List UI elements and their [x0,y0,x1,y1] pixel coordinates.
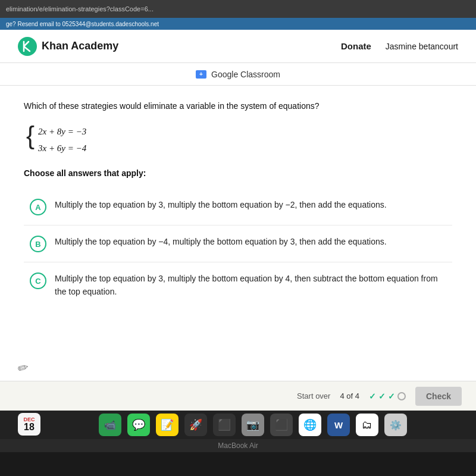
choose-all-label: Choose all answers that apply: [24,168,452,178]
user-name[interactable]: Jasmine betancourt [386,42,458,51]
check-marks: ✓ ✓ ✓ [369,392,406,401]
check-button[interactable]: Check [415,387,462,406]
camera-symbol: 📷 [246,418,259,431]
choice-a[interactable]: A Multiply the top equation by 3, multip… [24,189,452,226]
ai-symbol: ⬛ [218,418,231,431]
ka-nav: Donate Jasmine betancourt [341,41,458,51]
choice-c[interactable]: C Multiply the top equation by 3, multip… [24,262,452,308]
choice-b-text: Multiply the top equation by −4, multipl… [55,235,387,248]
finder-icon[interactable]: 🗂 [356,414,378,436]
start-over-button[interactable]: Start over [297,392,330,400]
sublimetext-icon[interactable]: ⬛ [270,414,293,436]
calendar-day: 18 [24,422,35,432]
choice-a-circle: A [30,199,46,215]
choice-b[interactable]: B Multiply the top equation by −4, multi… [24,226,452,262]
word-icon[interactable]: W [327,414,350,436]
word-symbol: W [334,420,343,430]
ai-icon[interactable]: ⬛ [213,414,236,436]
ka-logo[interactable]: Khan Academy [18,37,118,56]
google-classroom-label: Google Classroom [211,70,280,79]
check-mark-1: ✓ [369,392,376,401]
google-classroom-icon: + [196,70,206,79]
sublimetext-symbol: ⬛ [275,418,288,431]
notification-text: ge? Resend email to 0525344@students.dad… [6,21,159,27]
ka-logo-text: Khan Academy [42,40,118,52]
progress-text: 4 of 4 [340,392,359,400]
camera-icon[interactable]: 📷 [242,414,264,436]
equation-2: 3x + 6y = −4 [36,140,86,156]
donate-button[interactable]: Donate [341,41,371,51]
calendar-icon[interactable]: DEC 18 [18,413,40,436]
settings-symbol: ⚙️ [390,419,402,431]
check-mark-3: ✓ [388,392,395,401]
ka-logo-icon [18,37,37,56]
chrome-icon[interactable]: 🌐 [299,414,321,436]
question-text: Which of these strategies would eliminat… [24,100,452,112]
macbook-label: MacBook Air [0,439,476,452]
choice-b-circle: B [30,236,46,252]
main-screen: Khan Academy Donate Jasmine betancourt +… [0,30,476,411]
browser-url: elimination/e/elimination-strategies?cla… [6,5,154,12]
equation-system: { 2x + 8y = −3 3x + 6y = −4 [36,123,86,156]
content-area: Which of these strategies would eliminat… [0,86,476,411]
settings-icon[interactable]: ⚙️ [384,414,407,436]
choice-c-circle: C [30,273,46,289]
notes-symbol: 📝 [161,418,174,431]
equation-1: 2x + 8y = −3 [36,123,86,140]
facetime-icon[interactable]: 📹 [99,414,121,436]
facetime-symbol: 📹 [104,419,116,431]
svg-point-0 [18,37,37,56]
ka-header: Khan Academy Donate Jasmine betancourt [0,30,476,63]
brace-symbol: { [26,123,35,148]
notes-icon[interactable]: 📝 [156,414,178,436]
choice-c-text: Multiply the top equation by 3, multiply… [55,272,446,299]
launchpad-symbol: 🚀 [189,418,202,431]
circle-mark-4 [397,392,406,400]
choices-list: A Multiply the top equation by 3, multip… [24,189,452,308]
bottom-bar: Start over 4 of 4 ✓ ✓ ✓ Check [0,381,476,411]
taskbar: DEC 18 📹 💬 📝 🚀 ⬛ 📷 ⬛ 🌐 W 🗂 ⚙️ [0,411,476,439]
messages-icon[interactable]: 💬 [127,414,150,436]
notification-bar: ge? Resend email to 0525344@students.dad… [0,18,476,30]
messages-symbol: 💬 [132,418,145,431]
check-mark-2: ✓ [378,392,386,401]
launchpad-icon[interactable]: 🚀 [184,414,207,436]
finder-symbol: 🗂 [362,419,372,431]
chrome-symbol: 🌐 [303,418,317,431]
google-classroom-bar[interactable]: + Google Classroom [0,63,476,86]
choice-a-text: Multiply the top equation by 3, multiply… [55,198,387,211]
browser-chrome: elimination/e/elimination-strategies?cla… [0,0,476,18]
